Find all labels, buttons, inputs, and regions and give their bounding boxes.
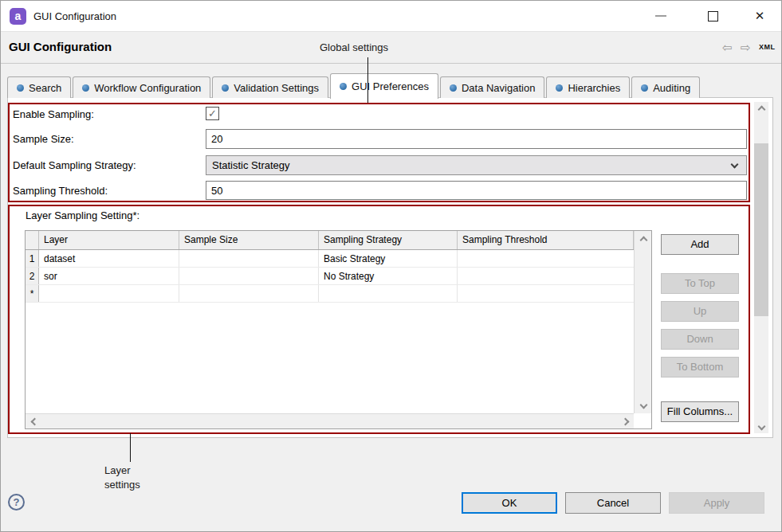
tab-label: Workflow Configuration [94, 82, 201, 94]
to-bottom-button[interactable]: To Bottom [661, 357, 739, 377]
ok-button[interactable]: OK [462, 492, 557, 514]
table-horizontal-scrollbar[interactable] [26, 413, 634, 428]
tab-gui-preferences[interactable]: GUI Preferences [330, 73, 438, 99]
tab-dot-icon [17, 84, 24, 92]
tab-label: Hierarchies [568, 82, 620, 94]
table-row[interactable]: 1 dataset Basic Strategy [26, 250, 634, 268]
tab-auditing[interactable]: Auditing [631, 76, 700, 98]
global-settings-annotation: Global settings [306, 41, 402, 53]
close-button[interactable]: ✕ [747, 4, 772, 28]
minimize-icon [655, 15, 666, 17]
layer-cell[interactable]: sor [39, 268, 179, 284]
gui-preferences-panel: Enable Sampling: ✓ Sample Size: Default … [7, 97, 773, 438]
global-settings-annotation-line [367, 57, 368, 103]
threshold-cell[interactable] [458, 250, 634, 267]
tab-bar: Search Workflow Configuration Validation… [7, 72, 701, 98]
default-sampling-strategy-label: Default Sampling Strategy: [13, 159, 136, 171]
enable-sampling-label: Enable Sampling: [13, 108, 94, 120]
page-title: GUI Configuration [9, 40, 112, 53]
layer-sampling-table: Layer Sample Size Sampling Strategy Samp… [25, 230, 652, 429]
maximize-icon [708, 11, 718, 22]
table-row[interactable]: 2 sor No Strategy [26, 268, 634, 285]
scrollbar-thumb[interactable] [754, 143, 768, 316]
tab-label: GUI Preferences [352, 80, 429, 92]
tab-dot-icon [556, 84, 563, 92]
column-header-sampling-threshold[interactable]: Sampling Threshold [458, 231, 634, 249]
tab-dot-icon [641, 84, 648, 92]
row-number-cell: 1 [26, 250, 39, 267]
fill-columns-button[interactable]: Fill Columns... [661, 401, 739, 422]
close-icon: ✕ [755, 9, 765, 23]
tab-dot-icon [222, 84, 229, 92]
tab-dot-icon [450, 84, 457, 92]
layer-cell[interactable] [39, 285, 179, 302]
scroll-down-icon[interactable] [635, 399, 652, 410]
layer-settings-group: Layer Sampling Setting*: Layer Sample Si… [8, 205, 750, 434]
sampling-threshold-label: Sampling Threshold: [13, 185, 108, 197]
question-icon: ? [14, 496, 20, 508]
tab-workflow-configuration[interactable]: Workflow Configuration [73, 76, 210, 98]
column-header-sample-size[interactable]: Sample Size [179, 231, 319, 249]
layer-cell[interactable]: dataset [39, 250, 179, 267]
row-number-header [26, 231, 39, 249]
apply-button[interactable]: Apply [669, 492, 764, 514]
tab-dot-icon [340, 83, 347, 90]
scroll-up-icon[interactable] [754, 104, 768, 115]
help-button[interactable]: ? [8, 494, 25, 510]
sample-size-cell[interactable] [179, 268, 319, 284]
tab-label: Validation Settings [234, 82, 319, 94]
down-button[interactable]: Down [661, 329, 739, 350]
tab-label: Search [29, 82, 61, 94]
sampling-threshold-input[interactable] [206, 181, 747, 200]
maximize-button[interactable] [700, 4, 725, 28]
scroll-left-icon[interactable] [29, 414, 40, 429]
sample-size-label: Sample Size: [13, 133, 74, 145]
scroll-down-icon[interactable] [754, 421, 768, 432]
layer-settings-annotation-line [130, 433, 131, 462]
table-header-row: Layer Sample Size Sampling Strategy Samp… [26, 231, 634, 250]
layer-sampling-setting-label: Layer Sampling Setting*: [26, 209, 140, 221]
forward-arrow-icon[interactable]: ⇨ [741, 41, 751, 55]
tab-search[interactable]: Search [7, 76, 71, 98]
to-top-button[interactable]: To Top [661, 273, 739, 294]
tab-label: Auditing [653, 82, 690, 94]
sample-size-cell[interactable] [179, 285, 319, 302]
strategy-cell[interactable]: No Strategy [319, 268, 458, 284]
layer-settings-annotation: Layer settings [104, 464, 154, 492]
enable-sampling-checkbox[interactable]: ✓ [206, 107, 219, 120]
tab-label: Data Navigation [462, 82, 536, 94]
threshold-cell[interactable] [458, 285, 634, 302]
tab-dot-icon [82, 84, 89, 92]
table-row[interactable]: * [26, 285, 634, 303]
xml-view-button[interactable]: XML [759, 43, 776, 51]
selected-strategy-value: Statistic Strategy [212, 159, 290, 171]
gui-configuration-window: a GUI Configuration ✕ GUI Configuration … [0, 0, 782, 532]
title-bar: a GUI Configuration ✕ [1, 1, 781, 32]
tab-hierarchies[interactable]: Hierarchies [546, 76, 630, 98]
column-header-layer[interactable]: Layer [39, 231, 179, 249]
window-title: GUI Configuration [33, 1, 116, 32]
cancel-button[interactable]: Cancel [565, 492, 661, 514]
threshold-cell[interactable] [458, 268, 634, 284]
minimize-button[interactable] [648, 4, 674, 28]
scroll-right-icon[interactable] [619, 414, 631, 429]
default-sampling-strategy-select[interactable]: Statistic Strategy [206, 155, 747, 175]
back-arrow-icon[interactable]: ⇦ [722, 41, 733, 55]
strategy-cell[interactable] [319, 285, 458, 302]
column-header-sampling-strategy[interactable]: Sampling Strategy [319, 231, 458, 249]
table-vertical-scrollbar[interactable] [634, 231, 651, 413]
global-settings-group: Enable Sampling: ✓ Sample Size: Default … [8, 103, 750, 202]
panel-vertical-scrollbar[interactable] [754, 102, 768, 433]
app-icon: a [10, 8, 26, 25]
sample-size-input[interactable] [206, 129, 747, 149]
tab-data-navigation[interactable]: Data Navigation [440, 76, 545, 98]
up-button[interactable]: Up [661, 301, 739, 322]
chevron-down-icon [731, 161, 739, 169]
scroll-up-icon[interactable] [635, 234, 652, 245]
row-number-cell: 2 [26, 268, 39, 284]
row-number-cell: * [26, 285, 39, 302]
sample-size-cell[interactable] [179, 250, 319, 267]
tab-validation-settings[interactable]: Validation Settings [212, 76, 328, 98]
add-button[interactable]: Add [661, 234, 739, 255]
strategy-cell[interactable]: Basic Strategy [319, 250, 458, 267]
